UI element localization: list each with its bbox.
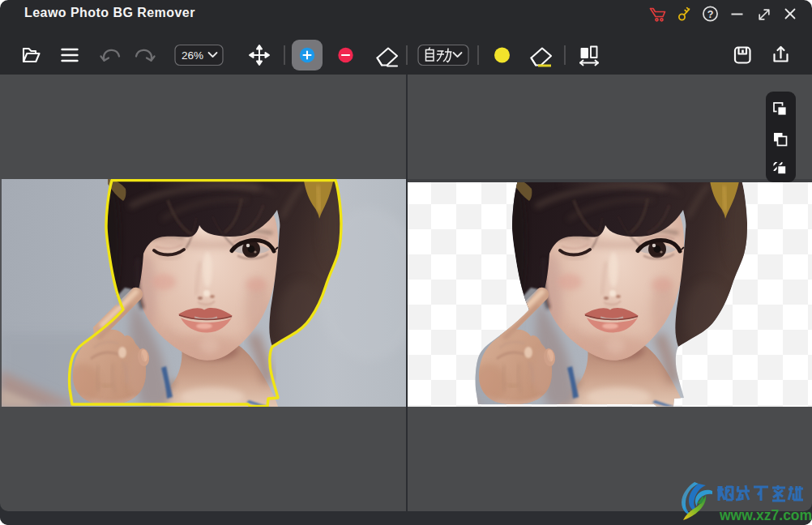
svg-text:?: ? — [707, 9, 714, 20]
svg-text:www.xz7.com: www.xz7.com — [719, 507, 812, 523]
svg-text:26%: 26% — [182, 49, 203, 62]
